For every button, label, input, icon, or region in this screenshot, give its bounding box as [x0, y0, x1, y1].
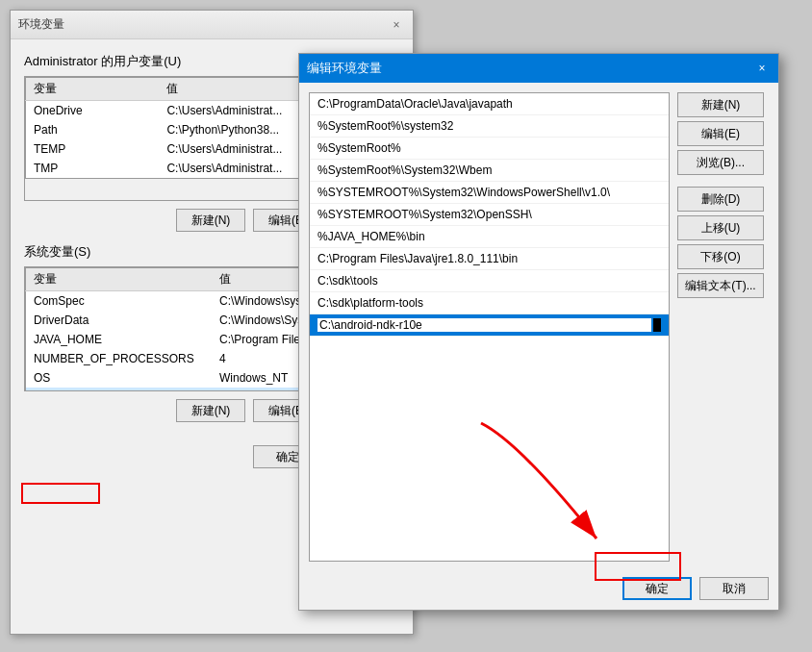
- side-btn-6[interactable]: 编辑文本(T)...: [677, 273, 764, 298]
- path-list-item[interactable]: C:\sdk\tools: [310, 270, 669, 292]
- path-list-item[interactable]: %SystemRoot%\System32\Wbem: [310, 160, 669, 182]
- path-list-item[interactable]: [310, 314, 669, 337]
- path-list-item[interactable]: C:\Program Files\Java\jre1.8.0_111\bin: [310, 248, 669, 270]
- path-list-item[interactable]: %SYSTEMROOT%\System32\WindowsPowerShell\…: [310, 182, 669, 204]
- side-btn-0[interactable]: 新建(N): [677, 92, 764, 117]
- edit-env-var-dialog: 编辑环境变量 × C:\ProgramData\Oracle\Java\java…: [298, 53, 779, 611]
- path-list-item[interactable]: C:\ProgramData\Oracle\Java\javapath: [310, 93, 669, 115]
- path-list-container[interactable]: C:\ProgramData\Oracle\Java\javapath%Syst…: [309, 92, 670, 562]
- edit-dialog-titlebar: 编辑环境变量 ×: [299, 54, 778, 83]
- user-var-name: Path: [26, 120, 160, 139]
- path-list-item[interactable]: C:\sdk\platform-tools: [310, 292, 669, 314]
- sys-var-name: NUMBER_OF_PROCESSORS: [26, 349, 213, 368]
- path-edit-input[interactable]: [317, 318, 651, 332]
- edit-dialog-body: C:\ProgramData\Oracle\Java\javapath%Syst…: [299, 83, 778, 610]
- env-vars-titlebar: 环境变量 ×: [11, 11, 413, 39]
- user-new-btn[interactable]: 新建(N): [176, 209, 245, 232]
- side-btn-5[interactable]: 下移(O): [677, 244, 764, 269]
- edit-ok-btn[interactable]: 确定: [622, 577, 692, 600]
- side-btn-2[interactable]: 浏览(B)...: [677, 150, 764, 175]
- sys-var-name: DriverData: [26, 311, 213, 330]
- path-list-item[interactable]: %SYSTEMROOT%\System32\OpenSSH\: [310, 204, 669, 226]
- sys-var-name: ComSpec: [26, 291, 213, 312]
- path-list-item[interactable]: %JAVA_HOME%\bin: [310, 226, 669, 248]
- side-btn-4[interactable]: 上移(U): [677, 215, 764, 240]
- sys-col-var: 变量: [26, 268, 213, 291]
- edit-dialog-close-btn[interactable]: ×: [753, 60, 771, 77]
- edit-dialog-content: C:\ProgramData\Oracle\Java\javapath%Syst…: [309, 92, 769, 571]
- path-list-item[interactable]: %SystemRoot%: [310, 138, 669, 160]
- edit-dialog-footer: 确定 取消: [309, 571, 769, 600]
- env-vars-close-btn[interactable]: ×: [388, 16, 405, 34]
- edit-dialog-title: 编辑环境变量: [307, 60, 382, 77]
- sys-var-name: Path: [26, 388, 213, 391]
- path-list-wrapper: C:\ProgramData\Oracle\Java\javapath%Syst…: [309, 92, 670, 571]
- side-btn-1[interactable]: 编辑(E): [677, 121, 764, 146]
- user-var-name: OneDrive: [26, 101, 160, 121]
- side-buttons-panel: 新建(N)编辑(E)浏览(B)...删除(D)上移(U)下移(O)编辑文本(T)…: [677, 92, 769, 571]
- user-var-name: TEMP: [26, 139, 160, 159]
- edit-cancel-btn[interactable]: 取消: [699, 577, 769, 600]
- path-list-item[interactable]: %SystemRoot%\system32: [310, 115, 669, 138]
- user-col-var: 变量: [26, 78, 160, 101]
- side-btn-3[interactable]: 删除(D): [677, 187, 764, 212]
- sys-var-name: OS: [26, 368, 213, 388]
- user-var-name: TMP: [26, 159, 160, 179]
- env-vars-title: 环境变量: [18, 16, 64, 33]
- sys-var-name: JAVA_HOME: [26, 330, 213, 349]
- sys-new-btn[interactable]: 新建(N): [176, 399, 245, 422]
